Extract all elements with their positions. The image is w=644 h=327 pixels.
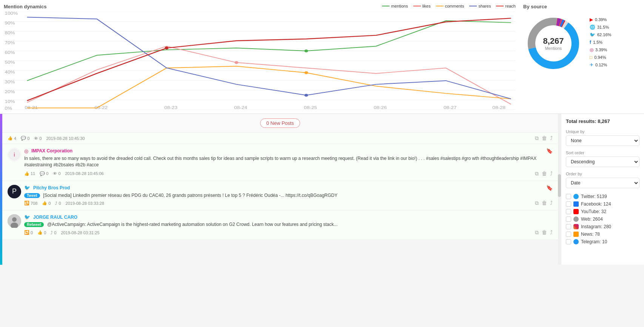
external-link-icon[interactable]: ⧉ bbox=[535, 170, 539, 177]
post-stats-row: 👍 4 💬 0 👁 0 2019-08-28 10:45:30 ⧉ 🗑 bbox=[2, 133, 558, 144]
filter-sidebar: Total results: 8,267 Unique by None Sort… bbox=[561, 114, 644, 265]
legend-reach: reach bbox=[496, 4, 516, 8]
by-source-title: By source bbox=[523, 4, 640, 9]
share-icon[interactable]: ⤴ bbox=[550, 229, 553, 236]
svg-text:80%: 80% bbox=[5, 31, 15, 35]
svg-text:100%: 100% bbox=[5, 12, 18, 15]
filter-web: Web: 2604 bbox=[566, 215, 639, 223]
legend-reach-label: reach bbox=[505, 4, 516, 8]
bookmark-icon[interactable]: 🔖 bbox=[546, 185, 553, 191]
source-youtube: ▶ 0.39% bbox=[590, 17, 611, 22]
share-icon[interactable]: ⤴ bbox=[550, 170, 553, 177]
filter-twitter: Twitter: 5139 bbox=[566, 193, 639, 200]
share-icon[interactable]: ⤴ bbox=[550, 200, 553, 206]
instagram-icon: ◎ bbox=[590, 47, 593, 52]
instagram-checkbox[interactable] bbox=[566, 224, 571, 229]
chart-legend: mentions likes comments shares reach bbox=[382, 4, 516, 8]
post-row: i ◎ IMPAX Corporation 🔖 In sales, there … bbox=[8, 148, 553, 177]
post-header: ◎ IMPAX Corporation 🔖 bbox=[24, 148, 553, 154]
eye-icon: 👁 bbox=[34, 136, 38, 141]
stats-row: 🔁 0 👍 0 ⤴ 0 bbox=[24, 229, 553, 236]
post-content: In sales, there are so many ways to avoi… bbox=[24, 155, 553, 168]
youtube-checkbox[interactable] bbox=[566, 209, 571, 214]
legend-comments-line bbox=[436, 6, 444, 6]
facebook-pct: 1.5% bbox=[593, 40, 602, 45]
post-stats: 🔁 708 👍 0 ⤴ 0 bbox=[24, 201, 104, 206]
sort-order-select[interactable]: Descending Ascending bbox=[566, 157, 639, 167]
likes-stat: 👍 0 bbox=[42, 201, 51, 206]
svg-text:08-24: 08-24 bbox=[234, 105, 247, 110]
donut-label: Mentions bbox=[543, 46, 564, 51]
web-checkbox[interactable] bbox=[566, 216, 571, 222]
external-link-icon[interactable]: ⧉ bbox=[535, 135, 539, 141]
twitter-checkbox[interactable] bbox=[566, 194, 571, 199]
web-pct: 31.5% bbox=[597, 25, 609, 29]
post-avatar bbox=[8, 214, 21, 228]
post-timestamp: 2019-08-28 10:45:30 bbox=[46, 136, 85, 141]
timestamp: 2019-08-28 03:31:25 bbox=[61, 230, 99, 235]
news-checkbox[interactable] bbox=[566, 232, 571, 237]
delete-icon[interactable]: 🗑 bbox=[542, 135, 547, 141]
post-actions[interactable]: ⧉ 🗑 ⤴ bbox=[535, 135, 553, 141]
donut-chart: 8,267 Mentions bbox=[523, 13, 584, 74]
by-source-panel: By source bbox=[519, 4, 640, 110]
svg-text:08-27: 08-27 bbox=[444, 105, 457, 110]
line-chart: 100% 90% 80% 70% 60% 50% 40% 30% 20% 10%… bbox=[4, 12, 516, 110]
delete-icon[interactable]: 🗑 bbox=[542, 200, 547, 206]
post-stat-group: 👍 4 💬 0 👁 0 2019-08-28 10:45:30 bbox=[8, 136, 85, 141]
post-actions[interactable]: ⧉ 🗑 ⤴ bbox=[535, 200, 553, 206]
retweet-stat: 🔁 708 bbox=[24, 201, 37, 206]
svg-text:0%: 0% bbox=[5, 106, 12, 110]
legend-shares-label: shares bbox=[478, 4, 491, 8]
bookmark-icon[interactable]: 🔖 bbox=[546, 148, 553, 154]
telegram-count: Telegram: 10 bbox=[581, 239, 607, 244]
post-avatar: P bbox=[8, 185, 21, 198]
telegram-pct: 0.12% bbox=[595, 63, 607, 67]
unique-by-select[interactable]: None bbox=[566, 135, 639, 146]
likes-val: 0 bbox=[44, 230, 46, 235]
main-content: 0 New Posts 👍 4 💬 0 👁 0 2019-08-28 10:45… bbox=[0, 114, 644, 265]
post-actions[interactable]: ⧉ 🗑 ⤴ bbox=[535, 170, 553, 177]
scrollbar-track[interactable] bbox=[558, 114, 561, 265]
filter-telegram: Telegram: 10 bbox=[566, 238, 639, 246]
post-item: P 🐦 Pitchy Bros Prod 🔖 Tweet [Social med… bbox=[2, 181, 558, 211]
svg-text:08-26: 08-26 bbox=[374, 105, 387, 110]
delete-icon[interactable]: 🗑 bbox=[542, 170, 547, 177]
post-row: P 🐦 Pitchy Bros Prod 🔖 Tweet [Social med… bbox=[8, 185, 553, 207]
donut-number: 8,267 bbox=[543, 36, 564, 46]
post-time: 2019-08-28 03:33:28 bbox=[66, 201, 104, 206]
retweet-icon: 🔁 bbox=[24, 201, 29, 206]
svg-point-34 bbox=[165, 46, 169, 49]
external-link-icon[interactable]: ⧉ bbox=[535, 229, 539, 236]
post-inner: ◎ IMPAX Corporation 🔖 In sales, there ar… bbox=[24, 148, 553, 177]
news-icon: □ bbox=[590, 55, 592, 60]
shares-val: 0 bbox=[59, 201, 61, 206]
likes-count: 4 bbox=[14, 136, 16, 141]
source-telegram: ✈ 0.12% bbox=[590, 62, 611, 68]
likes-stat: 👍 4 bbox=[8, 136, 16, 141]
external-link-icon[interactable]: ⧉ bbox=[535, 200, 539, 206]
order-by-select[interactable]: Date Relevance bbox=[566, 178, 639, 188]
retweet-val: 708 bbox=[31, 201, 37, 206]
views-count: 0 bbox=[39, 136, 42, 141]
by-source-inner: 8,267 Mentions ▶ 0.39% 🌐 31.5% 🐦 62.16% bbox=[523, 13, 640, 74]
delete-icon[interactable]: 🗑 bbox=[542, 229, 547, 236]
post-inner: 🐦 JORGE RAUL CARO Retweet @ActiveCampaig… bbox=[24, 214, 553, 236]
post-actions[interactable]: ⧉ 🗑 ⤴ bbox=[535, 229, 553, 236]
scrollbar-thumb[interactable] bbox=[558, 174, 561, 197]
facebook-checkbox[interactable] bbox=[566, 201, 571, 207]
share-icon[interactable]: ⤴ bbox=[550, 135, 553, 141]
new-posts-button[interactable]: 0 New Posts bbox=[260, 118, 300, 128]
post-header: 🐦 Pitchy Bros Prod 🔖 bbox=[24, 185, 553, 191]
thumbsup-icon: 👍 bbox=[8, 136, 13, 141]
twitter-platform-icon: 🐦 bbox=[24, 214, 30, 220]
source-facebook: f 1.5% bbox=[590, 40, 611, 45]
stats-row: 👍 11 💬 0 👁 0 bbox=[24, 170, 553, 177]
twitter-count: Twitter: 5139 bbox=[581, 194, 607, 199]
sort-order-label: Sort order bbox=[566, 150, 639, 155]
source-percent-list: ▶ 0.39% 🌐 31.5% 🐦 62.16% f 1.5% ◎ 3. bbox=[590, 17, 611, 70]
post-row: 🐦 JORGE RAUL CARO Retweet @ActiveCampaig… bbox=[8, 214, 553, 236]
telegram-checkbox[interactable] bbox=[566, 239, 571, 244]
facebook-source-icon bbox=[573, 201, 579, 207]
new-posts-bar: 0 New Posts bbox=[2, 114, 558, 133]
